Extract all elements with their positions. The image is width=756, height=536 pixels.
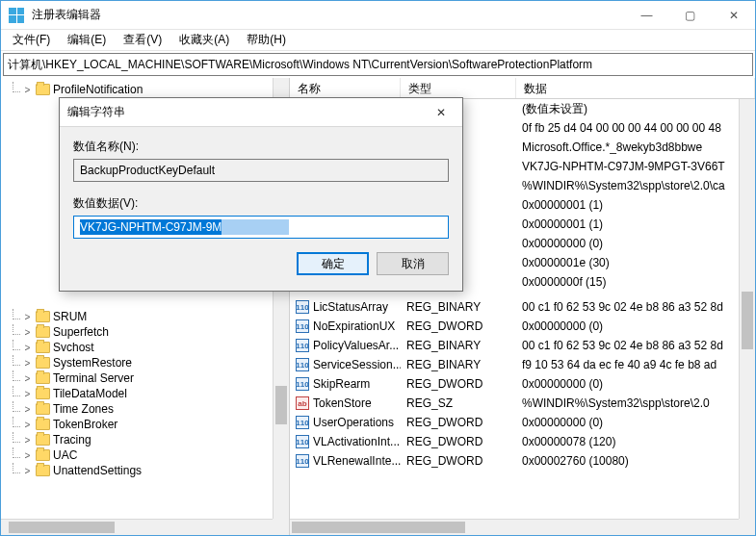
value-type: REG_SZ (401, 396, 516, 410)
list-row[interactable]: 110VLActivationInt... REG_DWORD 0x000000… (290, 432, 739, 451)
value-name: PolicyValuesAr... (313, 339, 399, 352)
list-row[interactable]: 110UserOperations REG_DWORD 0x00000000 (… (290, 413, 739, 432)
list-scrollbar-horizontal[interactable] (290, 519, 739, 535)
scrollbar-thumb[interactable] (9, 522, 115, 533)
scroll-corner (273, 519, 289, 535)
list-scrollbar-vertical[interactable] (739, 99, 755, 519)
chevron-right-icon[interactable]: > (22, 466, 33, 476)
tree-item[interactable]: > UAC (22, 448, 289, 462)
chevron-right-icon[interactable]: > (22, 450, 33, 461)
tree-item[interactable]: > UnattendSettings (22, 464, 289, 477)
list-row[interactable]: 110LicStatusArray REG_BINARY 00 c1 f0 62… (290, 297, 739, 317)
chevron-right-icon[interactable]: > (22, 343, 33, 353)
tree-item[interactable]: > TokenBroker (22, 418, 289, 431)
tree-item[interactable]: > Terminal Server (22, 371, 289, 385)
list-row[interactable]: abTokenStore REG_SZ %WINDIR%\System32\sp… (290, 394, 739, 413)
value-type: REG_DWORD (401, 319, 516, 333)
value-icon: ab (296, 396, 309, 410)
value-data: 0x00002760 (10080) (516, 454, 739, 468)
value-type: REG_DWORD (401, 377, 516, 391)
value-data: 0f fb 25 d4 04 00 00 00 44 00 00 00 48 (516, 121, 739, 135)
close-button[interactable]: ✕ (712, 1, 755, 29)
value-data-selection: VK7JG-NPHTM-C97JM-9M (80, 219, 222, 235)
minimize-button[interactable]: — (625, 1, 668, 29)
list-row[interactable]: 110ServiceSession... REG_BINARY f9 10 53… (290, 355, 739, 374)
menu-file[interactable]: 文件(F) (5, 30, 58, 50)
tree-item[interactable]: > Svchost (22, 341, 289, 354)
value-type: REG_BINARY (401, 358, 516, 371)
tree-item[interactable]: > Superfetch (22, 325, 289, 339)
chevron-right-icon[interactable]: > (22, 389, 33, 399)
chevron-right-icon[interactable]: > (22, 420, 33, 430)
value-type: REG_DWORD (401, 416, 516, 429)
value-icon: 110 (296, 435, 309, 448)
folder-icon (36, 465, 50, 476)
list-row[interactable]: 110PolicyValuesAr... REG_BINARY 00 c1 f0… (290, 336, 739, 355)
maximize-button[interactable]: ▢ (668, 1, 712, 29)
tree-item[interactable]: > Time Zones (22, 402, 289, 416)
tree-item[interactable]: > SystemRestore (22, 356, 289, 370)
titlebar: 注册表编辑器 — ▢ ✕ (1, 1, 755, 30)
folder-icon (36, 342, 50, 353)
col-header-type[interactable]: 类型 (401, 78, 516, 98)
dialog-close-button[interactable]: ✕ (428, 102, 455, 123)
chevron-right-icon[interactable]: > (22, 435, 33, 446)
edit-string-dialog: 编辑字符串 ✕ 数值名称(N): 数值数据(V): VK7JG-NPHTM-C9… (59, 97, 463, 292)
list-row[interactable]: 110VLRenewalInte... REG_DWORD 0x00002760… (290, 451, 739, 471)
value-data: 0x0000000f (15) (516, 275, 739, 289)
col-header-name[interactable]: 名称 (290, 78, 401, 98)
scrollbar-thumb[interactable] (275, 386, 287, 424)
chevron-right-icon[interactable]: > (22, 312, 33, 322)
chevron-right-icon[interactable]: > (22, 404, 33, 415)
value-data: VK7JG-NPHTM-C97JM-9MPGT-3V66T (516, 160, 739, 173)
value-type: REG_DWORD (401, 435, 516, 448)
menu-view[interactable]: 查看(V) (116, 30, 169, 50)
folder-icon (36, 449, 50, 461)
value-name: SkipRearm (313, 377, 370, 391)
cancel-button[interactable]: 取消 (377, 252, 449, 275)
chevron-right-icon[interactable]: > (22, 327, 33, 338)
value-data: 00 c1 f0 62 53 9c 02 4e b8 86 a3 52 8d (516, 339, 739, 352)
regedit-window: 注册表编辑器 — ▢ ✕ 文件(F) 编辑(E) 查看(V) 收藏夹(A) 帮助… (0, 0, 756, 536)
scrollbar-thumb[interactable] (742, 292, 753, 349)
chevron-right-icon[interactable]: > (22, 358, 33, 369)
ok-button[interactable]: 确定 (297, 252, 369, 275)
value-data: %WINDIR%\System32\spp\store\2.0 (516, 396, 739, 410)
tree-scrollbar-horizontal[interactable] (1, 519, 273, 535)
list-row[interactable]: 110NoExpirationUX REG_DWORD 0x00000000 (… (290, 317, 739, 336)
value-data-field[interactable]: VK7JG-NPHTM-C97JM-9M (73, 216, 449, 239)
tree-item-label: Superfetch (53, 325, 109, 339)
tree-item-label: SRUM (53, 310, 87, 323)
value-data: 0x0000001e (30) (516, 256, 739, 269)
value-data: 0x00000000 (0) (516, 237, 739, 250)
scrollbar-thumb[interactable] (292, 522, 465, 533)
value-name-field[interactable] (73, 159, 449, 182)
address-bar[interactable]: 计算机\HKEY_LOCAL_MACHINE\SOFTWARE\Microsof… (3, 53, 753, 76)
tree-item-label: Time Zones (53, 402, 114, 416)
value-type: REG_BINARY (401, 339, 516, 352)
col-header-data[interactable]: 数据 (516, 78, 755, 98)
chevron-right-icon[interactable]: > (22, 85, 33, 95)
menu-edit[interactable]: 编辑(E) (60, 30, 114, 50)
menu-fav[interactable]: 收藏夹(A) (171, 30, 237, 50)
list-header: 名称 类型 数据 (290, 78, 755, 99)
value-name: LicStatusArray (313, 300, 388, 314)
value-data: Microsoft.Office.*_8wekyb3d8bbwe (516, 140, 739, 154)
tree-item[interactable]: > TileDataModel (22, 387, 289, 400)
value-data: 0x00000001 (1) (516, 217, 739, 231)
value-icon: 110 (296, 339, 309, 352)
value-name: UserOperations (313, 416, 394, 429)
chevron-right-icon[interactable]: > (22, 373, 33, 384)
tree-item[interactable]: > SRUM (22, 310, 289, 323)
selection-tail (222, 219, 289, 235)
menu-help[interactable]: 帮助(H) (239, 30, 294, 50)
value-data: 00 c1 f0 62 53 9c 02 4e b8 86 a3 52 8d (516, 300, 739, 314)
tree-item-label: SystemRestore (53, 356, 132, 370)
tree-item-label: ProfileNotification (53, 83, 143, 96)
tree-item[interactable]: > ProfileNotification (22, 83, 289, 96)
list-row[interactable]: 110SkipRearm REG_DWORD 0x00000000 (0) (290, 374, 739, 394)
folder-icon (36, 326, 50, 338)
tree-item[interactable]: > Tracing (22, 433, 289, 447)
dialog-titlebar[interactable]: 编辑字符串 ✕ (60, 98, 462, 127)
value-icon: 110 (296, 454, 309, 468)
